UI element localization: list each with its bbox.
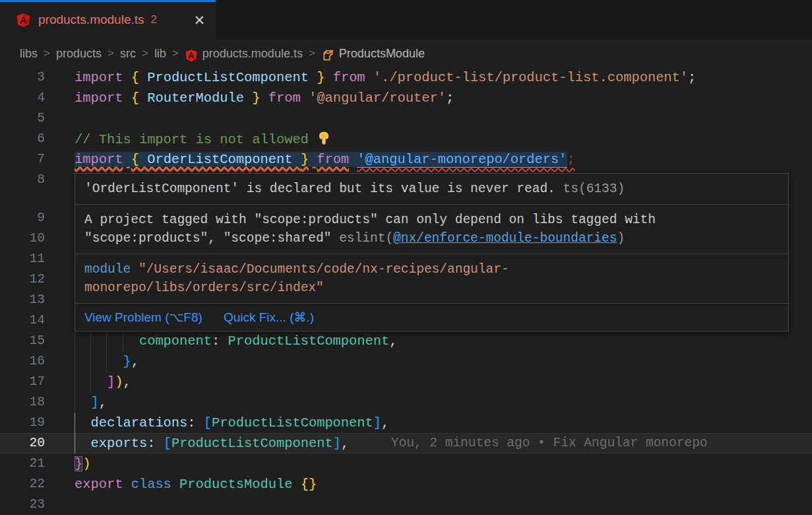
code-text bbox=[75, 495, 812, 515]
line-number[interactable]: 21 bbox=[0, 454, 45, 474]
code-line[interactable]: 22export class ProductsModule {} bbox=[0, 474, 812, 495]
indent-guide bbox=[75, 372, 75, 392]
line-number[interactable]: 5 bbox=[0, 108, 45, 129]
code-line[interactable]: 21}) bbox=[0, 454, 812, 474]
point-down-icon bbox=[317, 132, 331, 147]
active-tab-indicator bbox=[0, 0, 216, 2]
code-line[interactable]: 3import { ProductListComponent } from '.… bbox=[0, 67, 812, 88]
token: : bbox=[147, 436, 155, 451]
code-line[interactable]: 16 }, bbox=[0, 351, 812, 372]
token: } bbox=[252, 90, 260, 106]
breadcrumb-item-src[interactable]: src bbox=[120, 47, 136, 61]
breadcrumb-item-symbol[interactable]: ProductsModule bbox=[339, 47, 425, 61]
view-problem-link[interactable]: View Problem (⌥F8) bbox=[84, 309, 203, 326]
diagnostic-message: 'OrderListComponent' is declared but its… bbox=[84, 182, 555, 196]
eslint-rule-link[interactable]: @nx/enforce-module-boundaries bbox=[393, 231, 617, 246]
diagnostic-message-line1: A project tagged with "scope:products" c… bbox=[84, 213, 656, 227]
line-number[interactable]: 20 bbox=[0, 433, 45, 454]
code-text: import { RouterModule } from '@angular/r… bbox=[75, 88, 812, 108]
line-number[interactable]: 16 bbox=[0, 351, 45, 372]
token: RouterModule bbox=[147, 90, 244, 106]
token: from bbox=[268, 90, 301, 106]
hover-module-info: module "/Users/isaac/Documents/code/nx-r… bbox=[75, 254, 788, 304]
line-number[interactable]: 18 bbox=[0, 392, 45, 413]
token: '@angular/router' bbox=[309, 90, 446, 106]
code-line[interactable]: 23 bbox=[0, 495, 812, 515]
code-line[interactable]: 19 declarations: [ProductListComponent], bbox=[0, 413, 812, 433]
code-line[interactable]: 5 bbox=[0, 108, 812, 129]
error-squiggle: import bbox=[75, 152, 123, 167]
token: ; bbox=[688, 70, 696, 85]
tab-products-module[interactable]: products.module.ts 2 ✕ bbox=[0, 0, 216, 40]
token bbox=[349, 152, 357, 167]
token: ] bbox=[373, 415, 381, 430]
indent-guide bbox=[106, 351, 107, 372]
breadcrumb-item-libs[interactable]: libs bbox=[20, 47, 38, 61]
breadcrumb-item-file[interactable]: products.module.ts bbox=[203, 47, 303, 61]
code-line[interactable]: 6// This import is not allowed bbox=[0, 129, 812, 149]
token: ] bbox=[107, 374, 115, 390]
code-line[interactable]: 7import { OrderListComponent } from '@an… bbox=[0, 149, 812, 170]
token: ] bbox=[90, 395, 98, 410]
code-text bbox=[75, 108, 812, 129]
token: , bbox=[99, 395, 107, 410]
line-number[interactable]: 17 bbox=[0, 372, 45, 392]
token: './product-list/product-list.component' bbox=[373, 70, 688, 85]
token: } bbox=[123, 354, 131, 369]
token bbox=[75, 436, 90, 451]
token bbox=[325, 70, 332, 85]
code-text: component: ProductListComponent, bbox=[75, 331, 812, 351]
code-text: export class ProductsModule {} bbox=[75, 474, 812, 495]
code-line[interactable]: 18 ], bbox=[0, 392, 812, 413]
error-squiggle: from bbox=[317, 152, 349, 167]
line-number[interactable]: 19 bbox=[0, 413, 45, 433]
chevron-right-icon: > bbox=[172, 47, 179, 60]
token bbox=[123, 152, 131, 167]
code-text: // This import is not allowed bbox=[75, 129, 812, 149]
angular-icon bbox=[16, 13, 31, 28]
token bbox=[309, 152, 317, 167]
line-number[interactable]: 12 bbox=[0, 269, 45, 290]
code-text: import { OrderListComponent } from '@ang… bbox=[75, 149, 812, 170]
breadcrumb: libs > products > src > lib > products.m… bbox=[0, 40, 812, 67]
token: } bbox=[301, 152, 309, 167]
line-number[interactable]: 15 bbox=[0, 331, 45, 351]
code-line[interactable]: 17 ]), bbox=[0, 372, 812, 392]
breadcrumb-item-lib[interactable]: lib bbox=[154, 47, 166, 61]
line-number[interactable]: 3 bbox=[0, 67, 45, 88]
token bbox=[75, 395, 90, 410]
token bbox=[123, 70, 131, 85]
line-number[interactable]: 11 bbox=[0, 249, 45, 269]
indent-guide bbox=[75, 392, 75, 413]
line-number[interactable]: 6 bbox=[0, 129, 45, 149]
breadcrumb-item-products[interactable]: products bbox=[56, 47, 102, 61]
line-number[interactable]: 10 bbox=[0, 228, 45, 249]
token: // This import is not allowed bbox=[75, 132, 317, 147]
line-number[interactable]: 14 bbox=[0, 310, 45, 331]
code-line[interactable]: 4import { RouterModule } from '@angular/… bbox=[0, 88, 812, 108]
line-number[interactable]: 22 bbox=[0, 474, 45, 495]
line-number[interactable]: 23 bbox=[0, 495, 45, 515]
token: ProductListComponent bbox=[147, 70, 309, 85]
quick-fix-link[interactable]: Quick Fix... (⌘.) bbox=[224, 309, 314, 326]
module-path-line2: monorepo/libs/orders/src/index" bbox=[84, 281, 324, 295]
close-icon[interactable]: ✕ bbox=[193, 13, 205, 27]
indent-guide bbox=[90, 372, 91, 392]
token bbox=[261, 90, 268, 106]
code-line[interactable]: 20 exports: [ProductListComponent],You, … bbox=[0, 433, 812, 454]
token bbox=[244, 90, 252, 106]
line-number[interactable]: 8 bbox=[0, 170, 45, 190]
line-number[interactable]: 9 bbox=[0, 208, 45, 228]
line-number[interactable]: 4 bbox=[0, 88, 45, 108]
token: class bbox=[131, 477, 172, 492]
token bbox=[75, 415, 90, 430]
token: component bbox=[139, 333, 212, 349]
angular-file-icon bbox=[185, 49, 198, 62]
line-number[interactable]: 13 bbox=[0, 290, 45, 310]
token: OrderListComponent bbox=[139, 152, 301, 167]
token: } bbox=[317, 70, 325, 85]
indent-guide bbox=[75, 413, 75, 433]
hover-popup: 'OrderListComponent' is declared but its… bbox=[75, 173, 789, 331]
line-number[interactable]: 7 bbox=[0, 149, 45, 170]
code-line[interactable]: 15 component: ProductListComponent, bbox=[0, 331, 812, 351]
